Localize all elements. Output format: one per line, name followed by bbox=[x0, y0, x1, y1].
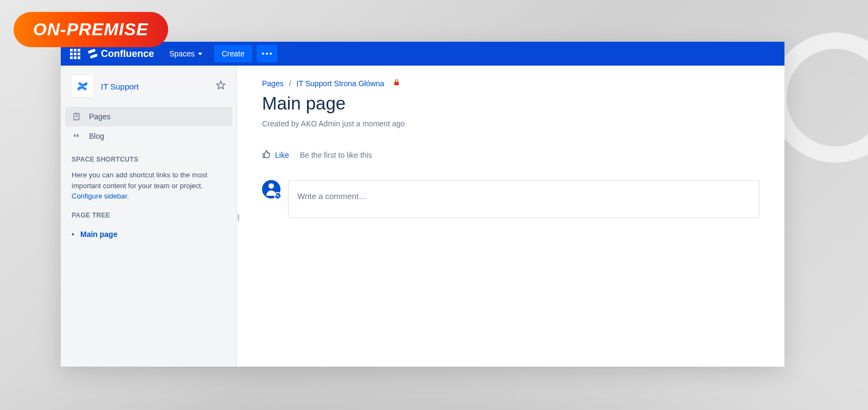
main-content: Pages / IT Support Strona Główna Main pa… bbox=[237, 66, 784, 367]
app-switcher-icon[interactable] bbox=[66, 45, 84, 62]
create-button-label: Create bbox=[222, 49, 245, 58]
sidebar: IT Support Pages bbox=[61, 66, 237, 367]
comment-input[interactable]: Write a comment… bbox=[288, 180, 760, 218]
sidebar-item-label: Pages bbox=[89, 112, 111, 121]
like-hint: Be the first to like this bbox=[300, 151, 372, 159]
confluence-icon bbox=[88, 49, 98, 59]
sidebar-item-pages[interactable]: Pages bbox=[65, 107, 232, 126]
svg-marker-0 bbox=[217, 81, 225, 88]
page-icon bbox=[72, 112, 81, 121]
product-logo[interactable]: Confluence bbox=[88, 48, 154, 60]
tree-item-main-page[interactable]: Main page bbox=[72, 227, 226, 242]
page-tree-heading: PAGE TREE bbox=[61, 202, 237, 223]
more-menu-button[interactable] bbox=[257, 45, 277, 62]
shortcuts-description: Here you can add shortcut links to the m… bbox=[72, 171, 207, 190]
breadcrumb-separator: / bbox=[289, 79, 291, 88]
configure-sidebar-link[interactable]: Configure sidebar bbox=[72, 192, 127, 200]
nav-spaces-label: Spaces bbox=[169, 49, 195, 58]
confluence-space-icon bbox=[75, 79, 90, 93]
avatar[interactable]: ✎ bbox=[262, 180, 280, 198]
comment-row: ✎ Write a comment… bbox=[262, 180, 760, 218]
space-name[interactable]: IT Support bbox=[101, 82, 208, 91]
page-title: Main page bbox=[262, 93, 760, 114]
lock-icon[interactable] bbox=[393, 79, 400, 88]
sidebar-item-blog[interactable]: Blog bbox=[65, 126, 232, 146]
like-label: Like bbox=[275, 151, 289, 159]
ellipsis-icon bbox=[262, 53, 272, 55]
thumbs-up-icon bbox=[262, 150, 271, 161]
top-navbar: Confluence Spaces Create bbox=[61, 42, 784, 66]
page-byline: Created by AKO Admin just a moment ago bbox=[262, 119, 760, 128]
sidebar-nav: Pages Blog bbox=[61, 107, 237, 146]
breadcrumb-link-space-home[interactable]: IT Support Strona Główna bbox=[297, 79, 385, 88]
space-avatar[interactable] bbox=[72, 75, 93, 97]
decorative-circle bbox=[770, 33, 868, 163]
star-icon[interactable] bbox=[216, 80, 226, 93]
space-shortcuts-text: Here you can add shortcut links to the m… bbox=[61, 168, 237, 202]
sidebar-item-label: Blog bbox=[89, 132, 104, 140]
app-window: Confluence Spaces Create IT Su bbox=[61, 42, 784, 367]
breadcrumb-link-pages[interactable]: Pages bbox=[262, 79, 284, 88]
page-tree: Main page bbox=[61, 223, 237, 242]
app-body: IT Support Pages bbox=[61, 66, 784, 367]
quotes-icon bbox=[72, 131, 81, 141]
space-header: IT Support bbox=[61, 66, 237, 107]
create-button[interactable]: Create bbox=[214, 45, 252, 62]
on-premise-badge: ON-PREMISE bbox=[14, 12, 168, 47]
sidebar-resize-handle[interactable]: || bbox=[237, 212, 239, 220]
breadcrumb: Pages / IT Support Strona Główna bbox=[262, 79, 760, 88]
nav-spaces[interactable]: Spaces bbox=[163, 45, 209, 62]
like-row: Like Be the first to like this bbox=[262, 150, 760, 161]
product-name: Confluence bbox=[101, 48, 154, 59]
like-button[interactable]: Like bbox=[262, 150, 289, 161]
space-shortcuts-heading: SPACE SHORTCUTS bbox=[61, 146, 237, 168]
avatar-edit-icon: ✎ bbox=[274, 192, 282, 200]
chevron-down-icon bbox=[198, 53, 202, 55]
